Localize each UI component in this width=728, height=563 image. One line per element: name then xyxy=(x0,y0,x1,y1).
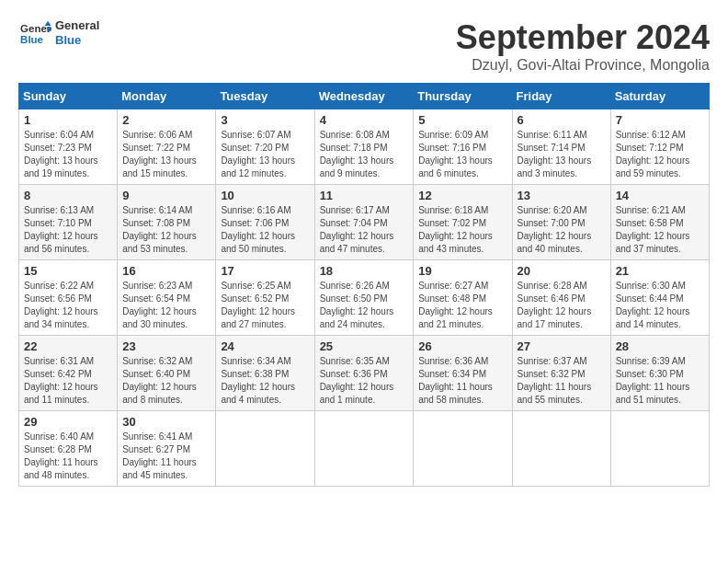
calendar-cell: 15Sunrise: 6:22 AMSunset: 6:56 PMDayligh… xyxy=(19,260,118,336)
day-info: Sunrise: 6:27 AMSunset: 6:48 PMDaylight:… xyxy=(418,280,506,331)
day-info: Sunrise: 6:04 AMSunset: 7:23 PMDaylight:… xyxy=(24,129,112,180)
calendar-cell: 11Sunrise: 6:17 AMSunset: 7:04 PMDayligh… xyxy=(314,185,414,260)
calendar-cell: 17Sunrise: 6:25 AMSunset: 6:52 PMDayligh… xyxy=(216,260,314,336)
day-info: Sunrise: 6:26 AMSunset: 6:50 PMDaylight:… xyxy=(320,280,409,331)
location-title: Dzuyl, Govi-Altai Province, Mongolia xyxy=(456,57,710,74)
calendar-cell: 14Sunrise: 6:21 AMSunset: 6:58 PMDayligh… xyxy=(610,185,709,260)
calendar-cell: 12Sunrise: 6:18 AMSunset: 7:02 PMDayligh… xyxy=(414,185,512,260)
day-info: Sunrise: 6:20 AMSunset: 7:00 PMDaylight:… xyxy=(518,204,606,256)
calendar-week-3: 15Sunrise: 6:22 AMSunset: 6:56 PMDayligh… xyxy=(19,260,710,336)
day-info: Sunrise: 6:28 AMSunset: 6:46 PMDaylight:… xyxy=(518,280,606,331)
day-info: Sunrise: 6:06 AMSunset: 7:22 PMDaylight:… xyxy=(122,129,210,180)
day-info: Sunrise: 6:11 AMSunset: 7:14 PMDaylight:… xyxy=(518,129,606,180)
day-number: 1 xyxy=(24,113,112,127)
calendar-cell: 5Sunrise: 6:09 AMSunset: 7:16 PMDaylight… xyxy=(414,109,512,185)
day-info: Sunrise: 6:09 AMSunset: 7:16 PMDaylight:… xyxy=(418,129,506,180)
calendar-week-2: 8Sunrise: 6:13 AMSunset: 7:10 PMDaylight… xyxy=(19,185,710,260)
calendar-cell: 29Sunrise: 6:40 AMSunset: 6:28 PMDayligh… xyxy=(19,411,118,487)
calendar-cell: 30Sunrise: 6:41 AMSunset: 6:27 PMDayligh… xyxy=(118,411,216,487)
calendar-cell: 4Sunrise: 6:08 AMSunset: 7:18 PMDaylight… xyxy=(314,109,414,185)
day-number: 8 xyxy=(24,189,112,202)
day-info: Sunrise: 6:14 AMSunset: 7:08 PMDaylight:… xyxy=(122,204,210,256)
day-info: Sunrise: 6:31 AMSunset: 6:42 PMDaylight:… xyxy=(24,355,112,407)
calendar-cell: 7Sunrise: 6:12 AMSunset: 7:12 PMDaylight… xyxy=(610,109,709,185)
calendar-cell: 2Sunrise: 6:06 AMSunset: 7:22 PMDaylight… xyxy=(118,109,216,185)
logo: General Blue General Blue xyxy=(18,18,99,47)
day-number: 19 xyxy=(418,264,506,278)
calendar-table: SundayMondayTuesdayWednesdayThursdayFrid… xyxy=(18,83,710,487)
day-info: Sunrise: 6:35 AMSunset: 6:36 PMDaylight:… xyxy=(320,355,409,407)
day-info: Sunrise: 6:40 AMSunset: 6:28 PMDaylight:… xyxy=(24,431,112,482)
calendar-cell: 9Sunrise: 6:14 AMSunset: 7:08 PMDaylight… xyxy=(118,185,216,260)
calendar-body: 1Sunrise: 6:04 AMSunset: 7:23 PMDaylight… xyxy=(19,109,710,487)
calendar-cell: 16Sunrise: 6:23 AMSunset: 6:54 PMDayligh… xyxy=(118,260,216,336)
day-number: 27 xyxy=(518,339,606,353)
calendar-cell: 23Sunrise: 6:32 AMSunset: 6:40 PMDayligh… xyxy=(118,336,216,411)
day-number: 21 xyxy=(616,264,704,278)
calendar-cell xyxy=(512,411,610,487)
day-number: 22 xyxy=(24,339,112,353)
weekday-tuesday: Tuesday xyxy=(216,84,314,109)
day-number: 20 xyxy=(518,264,606,278)
calendar-cell: 13Sunrise: 6:20 AMSunset: 7:00 PMDayligh… xyxy=(512,185,610,260)
day-info: Sunrise: 6:41 AMSunset: 6:27 PMDaylight:… xyxy=(122,431,210,482)
day-info: Sunrise: 6:08 AMSunset: 7:18 PMDaylight:… xyxy=(320,129,409,180)
day-number: 25 xyxy=(320,339,409,353)
calendar-week-1: 1Sunrise: 6:04 AMSunset: 7:23 PMDaylight… xyxy=(19,109,710,185)
logo-blue: Blue xyxy=(55,33,99,48)
day-info: Sunrise: 6:22 AMSunset: 6:56 PMDaylight:… xyxy=(24,280,112,331)
month-title: September 2024 xyxy=(456,18,710,57)
day-number: 6 xyxy=(518,113,606,127)
calendar-cell: 26Sunrise: 6:36 AMSunset: 6:34 PMDayligh… xyxy=(414,336,512,411)
calendar-cell: 21Sunrise: 6:30 AMSunset: 6:44 PMDayligh… xyxy=(610,260,709,336)
day-info: Sunrise: 6:21 AMSunset: 6:58 PMDaylight:… xyxy=(616,204,704,256)
day-info: Sunrise: 6:37 AMSunset: 6:32 PMDaylight:… xyxy=(518,355,606,407)
calendar-cell xyxy=(414,411,512,487)
weekday-saturday: Saturday xyxy=(610,84,709,109)
day-number: 14 xyxy=(616,189,704,202)
day-number: 23 xyxy=(122,339,210,353)
day-number: 17 xyxy=(221,264,309,278)
day-number: 15 xyxy=(24,264,112,278)
calendar-cell: 27Sunrise: 6:37 AMSunset: 6:32 PMDayligh… xyxy=(512,336,610,411)
calendar-cell: 22Sunrise: 6:31 AMSunset: 6:42 PMDayligh… xyxy=(19,336,118,411)
calendar-week-4: 22Sunrise: 6:31 AMSunset: 6:42 PMDayligh… xyxy=(19,336,710,411)
calendar-cell: 28Sunrise: 6:39 AMSunset: 6:30 PMDayligh… xyxy=(610,336,709,411)
weekday-monday: Monday xyxy=(118,84,216,109)
day-info: Sunrise: 6:36 AMSunset: 6:34 PMDaylight:… xyxy=(418,355,506,407)
calendar-cell xyxy=(610,411,709,487)
logo-icon: General Blue xyxy=(18,19,51,47)
day-number: 29 xyxy=(24,415,112,429)
day-number: 5 xyxy=(418,113,506,127)
calendar-cell xyxy=(216,411,314,487)
calendar-cell: 25Sunrise: 6:35 AMSunset: 6:36 PMDayligh… xyxy=(314,336,414,411)
weekday-header: SundayMondayTuesdayWednesdayThursdayFrid… xyxy=(19,84,710,109)
day-number: 7 xyxy=(616,113,704,127)
calendar-cell: 20Sunrise: 6:28 AMSunset: 6:46 PMDayligh… xyxy=(512,260,610,336)
logo-general: General xyxy=(55,18,99,33)
day-number: 18 xyxy=(320,264,409,278)
calendar-cell: 10Sunrise: 6:16 AMSunset: 7:06 PMDayligh… xyxy=(216,185,314,260)
day-number: 3 xyxy=(221,113,309,127)
day-number: 28 xyxy=(616,339,704,353)
day-number: 30 xyxy=(122,415,210,429)
day-info: Sunrise: 6:34 AMSunset: 6:38 PMDaylight:… xyxy=(221,355,309,407)
calendar-cell: 18Sunrise: 6:26 AMSunset: 6:50 PMDayligh… xyxy=(314,260,414,336)
calendar-cell: 24Sunrise: 6:34 AMSunset: 6:38 PMDayligh… xyxy=(216,336,314,411)
day-number: 13 xyxy=(518,189,606,202)
day-info: Sunrise: 6:39 AMSunset: 6:30 PMDaylight:… xyxy=(616,355,704,407)
header: General Blue General Blue September 2024… xyxy=(18,18,710,74)
day-info: Sunrise: 6:30 AMSunset: 6:44 PMDaylight:… xyxy=(616,280,704,331)
weekday-thursday: Thursday xyxy=(414,84,512,109)
calendar-cell: 3Sunrise: 6:07 AMSunset: 7:20 PMDaylight… xyxy=(216,109,314,185)
day-number: 12 xyxy=(418,189,506,202)
day-number: 16 xyxy=(122,264,210,278)
day-info: Sunrise: 6:16 AMSunset: 7:06 PMDaylight:… xyxy=(221,204,309,256)
day-info: Sunrise: 6:32 AMSunset: 6:40 PMDaylight:… xyxy=(122,355,210,407)
day-number: 10 xyxy=(221,189,309,202)
day-number: 26 xyxy=(418,339,506,353)
weekday-sunday: Sunday xyxy=(19,84,118,109)
day-number: 2 xyxy=(122,113,210,127)
calendar-week-5: 29Sunrise: 6:40 AMSunset: 6:28 PMDayligh… xyxy=(19,411,710,487)
day-info: Sunrise: 6:12 AMSunset: 7:12 PMDaylight:… xyxy=(616,129,704,180)
